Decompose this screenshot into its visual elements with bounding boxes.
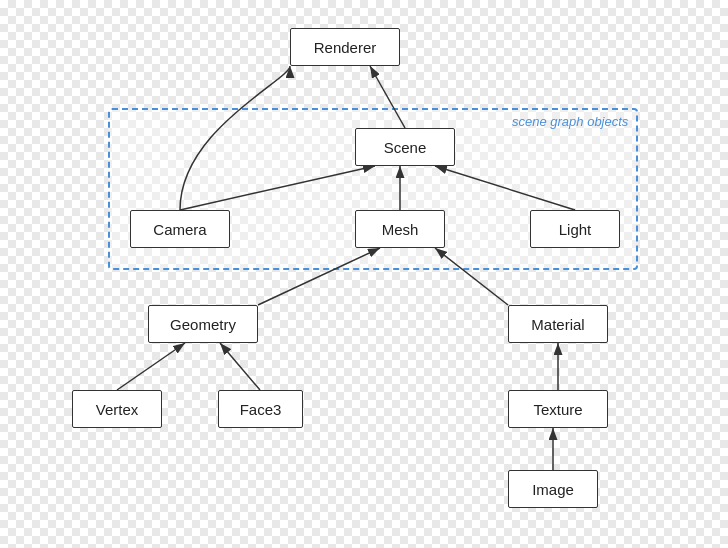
- material-node: Material: [508, 305, 608, 343]
- face3-node: Face3: [218, 390, 303, 428]
- light-node: Light: [530, 210, 620, 248]
- image-node: Image: [508, 470, 598, 508]
- geometry-node: Geometry: [148, 305, 258, 343]
- svg-line-7: [117, 343, 185, 390]
- svg-line-8: [220, 343, 260, 390]
- camera-node: Camera: [130, 210, 230, 248]
- renderer-node: Renderer: [290, 28, 400, 66]
- scene-group-label: scene graph objects: [512, 114, 628, 129]
- scene-node: Scene: [355, 128, 455, 166]
- texture-node: Texture: [508, 390, 608, 428]
- mesh-node: Mesh: [355, 210, 445, 248]
- arrows-svg: [0, 0, 728, 548]
- diagram-container: scene graph objects Rend: [0, 0, 728, 548]
- vertex-node: Vertex: [72, 390, 162, 428]
